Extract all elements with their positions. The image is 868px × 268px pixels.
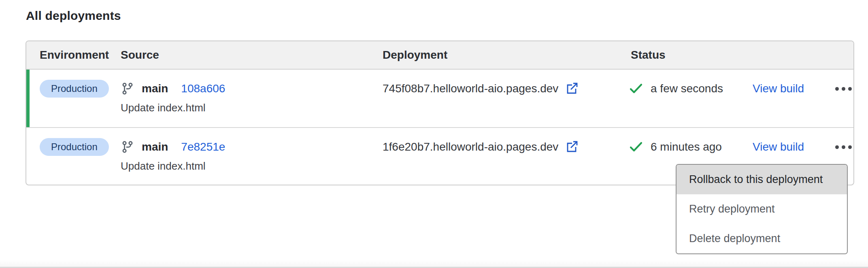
commit-link[interactable]: 108a606 [181,82,225,95]
branch-name: main [142,140,168,153]
column-header-environment: Environment [26,49,121,62]
deployments-page: All deployments Environment Source Deplo… [0,0,868,268]
view-build-link[interactable]: View build [753,82,804,95]
menu-item-delete[interactable]: Delete deployment [677,224,847,253]
menu-item-rollback[interactable]: Rollback to this deployment [677,165,847,194]
page-title: All deployments [26,9,121,23]
external-link-icon[interactable] [565,140,579,154]
column-header-source: Source [121,49,383,62]
deployment-context-menu: Rollback to this deployment Retry deploy… [676,164,848,254]
more-options-button[interactable] [832,80,855,98]
more-options-button[interactable] [832,138,855,156]
environment-badge: Production [40,138,109,156]
section-divider [0,259,868,268]
column-header-status: Status [629,49,753,62]
view-build-link[interactable]: View build [753,140,804,153]
external-link-icon[interactable] [565,82,579,96]
success-check-icon [629,82,643,96]
git-branch-icon [121,140,134,154]
commit-message: Update index.html [121,102,206,114]
git-branch-icon [121,82,134,96]
table-header-row: Environment Source Deployment Status [26,41,853,70]
commit-message: Update index.html [121,160,206,172]
deployment-url: 745f08b7.helloworld-aio.pages.dev [383,82,558,95]
environment-badge: Production [40,80,109,98]
commit-link[interactable]: 7e8251e [181,140,225,153]
success-check-icon [629,140,643,154]
status-time: a few seconds [651,82,723,95]
menu-item-retry[interactable]: Retry deployment [677,194,847,224]
table-row: Production main 108a606 [26,70,853,127]
more-options-icon [835,145,839,149]
status-time: 6 minutes ago [651,140,722,153]
branch-name: main [142,82,168,95]
deployment-url: 1f6e20b7.helloworld-aio.pages.dev [383,140,558,153]
column-header-deployment: Deployment [383,49,629,62]
more-options-icon [835,87,839,91]
